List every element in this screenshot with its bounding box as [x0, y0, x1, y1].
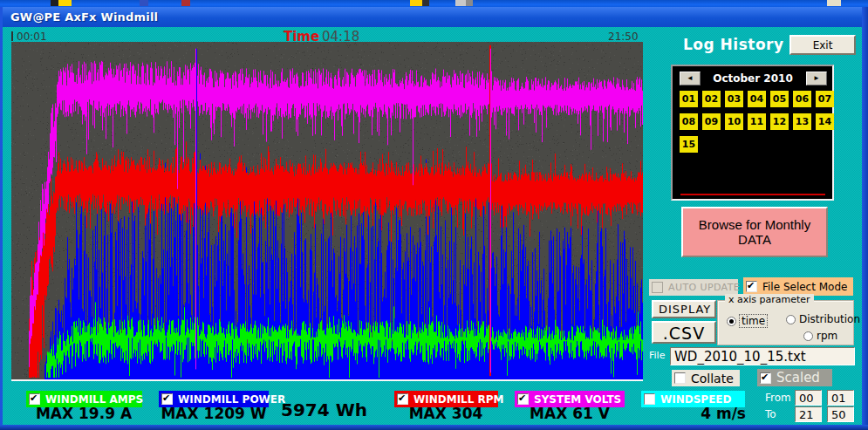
file-select-mode-checkbox-box[interactable] — [746, 281, 757, 292]
app-screen: GW@PE AxFx Windmill 00:01 Time 04:18 21:… — [0, 0, 868, 430]
calendar-day-12[interactable]: 12 — [770, 113, 789, 130]
collate-checkbox-box[interactable] — [674, 372, 686, 384]
auto-update-checkbox-box[interactable] — [652, 282, 663, 293]
from-label: From — [765, 392, 791, 404]
browse-button-line1: Browse for Monthly — [688, 217, 821, 232]
window-title: GW@PE AxFx Windmill — [10, 10, 158, 24]
file-field-label: File — [649, 350, 665, 361]
windspeed-value: 4 m/s — [667, 405, 746, 422]
window-border — [0, 425, 868, 430]
radio-distribution-circle[interactable] — [786, 315, 796, 324]
background-icon-fragment — [51, 0, 58, 6]
radio-rpm-circle[interactable] — [803, 331, 813, 341]
radio-time-circle[interactable] — [727, 317, 736, 326]
calendar-month-title: October 2010 — [701, 72, 805, 85]
windmill-rpm-max: MAX 304 — [380, 405, 511, 422]
windmill-chart[interactable] — [11, 42, 643, 381]
background-icon-fragment — [140, 0, 148, 6]
windmill-rpm-checkbox-box[interactable] — [397, 393, 408, 405]
calendar-prev-month-button[interactable]: ◄ — [680, 72, 701, 85]
calendar-day-03[interactable]: 03 — [725, 91, 743, 107]
radio-distribution-label: Distribution — [799, 313, 860, 325]
system-volts-max: MAX 61 V — [504, 405, 635, 422]
background-icon-fragment — [827, 0, 841, 6]
axis-start-tick — [11, 31, 13, 41]
windmill-rpm-label: WINDMILL RPM — [413, 393, 504, 406]
calendar-day-13[interactable]: 13 — [793, 113, 811, 130]
windmill-amps-label: WINDMILL AMPS — [45, 393, 143, 406]
chevron-right-icon: ► — [813, 74, 820, 82]
calendar-divider — [680, 194, 825, 195]
calendar-day-10[interactable]: 10 — [725, 113, 743, 130]
calendar-day-08[interactable]: 08 — [680, 113, 698, 130]
radio-time[interactable]: time — [727, 315, 767, 327]
chevron-left-icon: ◄ — [687, 74, 694, 82]
collate-checkbox[interactable]: Collate — [672, 370, 740, 386]
to-hour-input[interactable] — [795, 406, 822, 422]
energy-total: 5974 Wh — [281, 399, 367, 420]
background-icon-fragment — [422, 0, 429, 6]
calendar-day-09[interactable]: 09 — [702, 113, 721, 130]
scaled-label: Scaled — [776, 370, 820, 386]
radio-distribution[interactable]: Distribution — [786, 313, 860, 325]
windmill-amps-max: MAX 19.9 A — [18, 405, 149, 422]
window-border — [862, 7, 868, 430]
time-start-label: 00:01 — [17, 31, 47, 43]
calendar-day-04[interactable]: 04 — [748, 91, 766, 107]
system-volts-label: SYSTEM VOLTS — [534, 393, 621, 406]
auto-update-label: AUTO UPDATE — [668, 282, 740, 293]
windspeed-checkbox-box[interactable] — [644, 393, 655, 405]
background-icon-fragment — [181, 0, 190, 6]
x-axis-parameter-group: x axis parameter time Distribution rpm — [717, 300, 854, 345]
calendar-day-14[interactable]: 14 — [816, 113, 834, 130]
scaled-checkbox-box[interactable] — [760, 372, 771, 384]
calendar-day-07[interactable]: 07 — [816, 91, 834, 107]
to-label: To — [765, 408, 776, 420]
time-end-label: 21:50 — [608, 31, 639, 43]
radio-rpm[interactable]: rpm — [803, 330, 837, 342]
exit-button[interactable]: Exit — [789, 35, 856, 55]
calendar-day-01[interactable]: 01 — [680, 91, 698, 107]
windmill-chart-canvas[interactable] — [11, 42, 643, 379]
background-icon-fragment — [466, 0, 473, 6]
background-icon-fragment — [455, 0, 466, 6]
calendar-day-06[interactable]: 06 — [793, 91, 811, 107]
from-minute-input[interactable] — [827, 390, 854, 406]
radio-time-label: time — [740, 315, 767, 327]
scaled-checkbox[interactable]: Scaled — [757, 369, 832, 386]
window-border — [0, 7, 3, 430]
collate-label: Collate — [691, 372, 734, 386]
calendar-next-month-button[interactable]: ► — [806, 72, 827, 85]
background-icon-fragment — [58, 0, 72, 6]
log-history-title: Log History — [683, 36, 784, 53]
x-axis-parameter-group-label: x axis parameter — [725, 294, 814, 305]
windmill-amps-checkbox-box[interactable] — [29, 393, 40, 405]
to-minute-input[interactable] — [827, 406, 854, 422]
calendar-day-15[interactable]: 15 — [680, 136, 698, 153]
radio-rpm-label: rpm — [817, 330, 837, 342]
from-hour-input[interactable] — [795, 390, 822, 406]
csv-button[interactable]: .CSV — [652, 321, 716, 344]
calendar-day-05[interactable]: 05 — [770, 91, 789, 107]
browse-monthly-data-button[interactable]: Browse for Monthly DATA — [681, 207, 828, 257]
background-icon-fragment — [410, 0, 422, 6]
windspeed-label: WINDSPEED — [660, 393, 732, 406]
calendar-day-11[interactable]: 11 — [748, 113, 766, 130]
windmill-power-checkbox-box[interactable] — [161, 393, 173, 405]
windmill-power-max: MAX 1209 W — [148, 405, 279, 422]
title-bar[interactable]: GW@PE AxFx Windmill — [3, 7, 862, 27]
file-select-mode-checkbox[interactable]: File Select Mode — [743, 277, 853, 296]
browse-button-line2: DATA — [688, 232, 821, 247]
calendar-day-02[interactable]: 02 — [702, 91, 721, 107]
file-select-mode-label: File Select Mode — [762, 281, 847, 293]
file-name-input[interactable] — [670, 347, 855, 365]
calendar-days: 010203040506070809101112131415 — [680, 91, 830, 154]
calendar: ◄ October 2010 ► 01020304050607080910111… — [671, 65, 834, 201]
display-button[interactable]: DISPLAY — [652, 300, 716, 318]
system-volts-checkbox-box[interactable] — [517, 393, 529, 405]
windmill-power-label: WINDMILL POWER — [178, 393, 285, 406]
